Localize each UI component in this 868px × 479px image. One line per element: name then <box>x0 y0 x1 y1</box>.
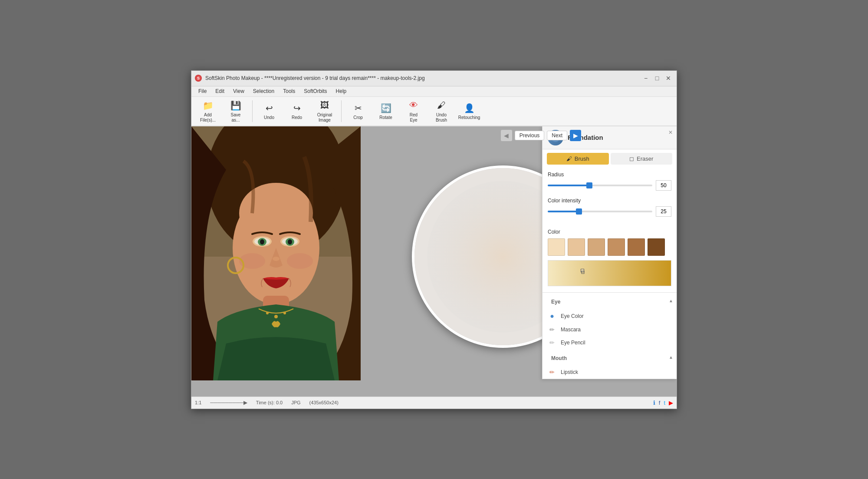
mouth-section-header[interactable]: Mouth ▲ <box>542 349 677 366</box>
brush-icon: 🖌 <box>566 155 572 162</box>
status-bar: 1:1 ─────────▶ Time (s): 0.0 JPG (435x65… <box>191 396 677 409</box>
prev-arrow-button[interactable]: ◀ <box>501 130 512 141</box>
color-swatch-5[interactable] <box>628 238 645 256</box>
crop-button[interactable]: ✂ Crop <box>345 99 371 124</box>
info-icon[interactable]: ℹ <box>653 400 655 406</box>
title-bar: S SoftSkin Photo Makeup - ****Unregister… <box>191 71 677 86</box>
menu-edit[interactable]: Edit <box>212 87 228 95</box>
intensity-slider-thumb[interactable] <box>576 208 582 215</box>
twitter-icon[interactable]: t <box>664 400 665 406</box>
eye-color-item[interactable]: ● Eye Color <box>542 309 677 323</box>
dimensions: (435x650x24) <box>309 400 339 405</box>
color-swatch-4[interactable] <box>608 238 625 256</box>
mascara-icon: ✏ <box>548 326 556 333</box>
svg-point-20 <box>283 312 286 314</box>
lipstick-label: Lipstick <box>561 369 578 375</box>
eye-section-header[interactable]: Eye ▲ <box>542 293 677 309</box>
undo-brush-button[interactable]: 🖌 UndoBrush <box>428 99 454 124</box>
intensity-slider-row: 25 <box>548 206 671 217</box>
undo-brush-label: UndoBrush <box>436 112 447 123</box>
svg-point-19 <box>274 315 278 318</box>
color-swatch-3[interactable] <box>588 238 605 256</box>
eraser-tab[interactable]: ◻ Eraser <box>611 153 673 165</box>
intensity-control: Color intensity 25 <box>548 198 671 217</box>
previous-button[interactable]: Previous <box>515 131 545 140</box>
radius-slider-fill <box>548 185 589 186</box>
add-files-button[interactable]: 📁 AddFile(s)... <box>195 99 221 124</box>
red-eye-icon: 👁 <box>408 99 420 112</box>
save-as-label: Saveas... <box>231 112 241 123</box>
toolbar: 📁 AddFile(s)... 💾 Saveas... ↩ Undo ↪ Red… <box>191 97 677 126</box>
foundation-close-button[interactable]: ✕ <box>666 128 675 137</box>
eraser-icon: ◻ <box>629 155 634 162</box>
tool-tabs: 🖌 Brush ◻ Eraser <box>542 149 677 168</box>
svg-point-16 <box>273 257 279 261</box>
youtube-icon[interactable]: ▶ <box>669 400 673 406</box>
menu-file[interactable]: File <box>195 87 210 95</box>
title-bar-controls: − □ ✕ <box>641 73 673 83</box>
file-format: JPG <box>291 400 300 405</box>
lipstick-item[interactable]: ✏ Lipstick <box>542 366 677 379</box>
menu-softorbits[interactable]: SoftOrbits <box>300 87 330 95</box>
top-nav-row: ◀ Previous Next ▶ <box>501 130 581 141</box>
app-icon: S <box>195 75 202 82</box>
color-section: Color <box>542 227 677 290</box>
undo-button[interactable]: ↩ Undo <box>256 99 282 124</box>
menu-view[interactable]: View <box>230 87 248 95</box>
rotate-button[interactable]: 🔄 Rotate <box>373 99 399 124</box>
minimize-button[interactable]: − <box>641 73 651 83</box>
separator-1 <box>252 100 253 122</box>
menu-tools[interactable]: Tools <box>279 87 299 95</box>
redo-icon: ↪ <box>291 102 303 114</box>
red-eye-label: RedEye <box>410 112 418 123</box>
crop-icon: ✂ <box>352 102 364 114</box>
next-arrow-button[interactable]: ▶ <box>570 130 581 141</box>
color-label: Color <box>548 229 671 235</box>
brush-tab[interactable]: 🖌 Brush <box>547 153 609 165</box>
save-as-button[interactable]: 💾 Saveas... <box>223 99 249 124</box>
menu-help[interactable]: Help <box>332 87 350 95</box>
status-icons: ℹ f t ▶ <box>653 400 673 406</box>
add-files-label: AddFile(s)... <box>200 112 216 123</box>
red-eye-button[interactable]: 👁 RedEye <box>401 99 427 124</box>
radius-value[interactable]: 50 <box>656 180 671 191</box>
eye-section-title: Eye <box>546 295 566 307</box>
facebook-icon[interactable]: f <box>659 400 661 406</box>
color-swatch-2[interactable] <box>568 238 585 256</box>
svg-point-18 <box>266 312 269 314</box>
intensity-label: Color intensity <box>548 198 671 204</box>
time-label: Time (s): 0.0 <box>256 400 283 405</box>
mascara-item[interactable]: ✏ Mascara <box>542 323 677 336</box>
eye-pencil-item[interactable]: ✏ Eye Pencil <box>542 336 677 349</box>
original-image-label: OriginalImage <box>317 112 332 123</box>
close-button[interactable]: ✕ <box>664 73 673 83</box>
radius-slider-track[interactable] <box>548 185 652 186</box>
maximize-button[interactable]: □ <box>652 73 662 83</box>
color-swatches <box>548 238 671 256</box>
intensity-value[interactable]: 25 <box>656 206 671 217</box>
cursor-icon <box>581 271 585 274</box>
next-button[interactable]: Next <box>547 131 567 140</box>
radius-label: Radius <box>548 172 671 178</box>
redo-button[interactable]: ↪ Redo <box>284 99 310 124</box>
radius-slider-thumb[interactable] <box>586 182 592 188</box>
color-picker-cursor <box>581 269 584 272</box>
original-image-button[interactable]: 🖼 OriginalImage <box>312 99 338 124</box>
color-swatch-6[interactable] <box>648 238 665 256</box>
color-picker-area[interactable] <box>548 260 671 286</box>
svg-point-15 <box>287 253 313 269</box>
eye-color-icon: ● <box>548 312 556 320</box>
eye-pencil-label: Eye Pencil <box>561 340 585 346</box>
color-swatch-1[interactable] <box>548 238 565 256</box>
radius-slider-row: 50 <box>548 180 671 191</box>
zoom-control: ─────────▶ <box>210 400 247 406</box>
menu-selection[interactable]: Selection <box>250 87 278 95</box>
crop-label: Crop <box>353 115 363 120</box>
intensity-slider-track[interactable] <box>548 211 652 212</box>
eye-pencil-icon: ✏ <box>548 339 556 346</box>
rotate-label: Rotate <box>379 115 392 120</box>
main-content: ◀ Previous Next ▶ <box>191 126 677 396</box>
eye-color-label: Eye Color <box>561 313 584 319</box>
zoom-level: 1:1 <box>195 400 201 405</box>
retouching-button[interactable]: 👤 Retouching <box>456 99 482 124</box>
